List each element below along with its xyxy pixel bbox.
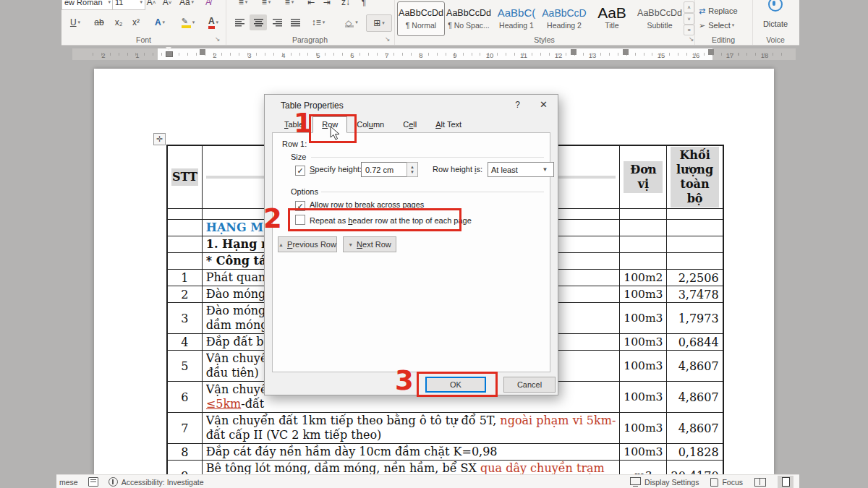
dictate-button[interactable]: Dictate <box>752 16 799 32</box>
cell-description[interactable]: Bê tông lót móng, dầm móng, nền hầm, bể … <box>202 461 620 475</box>
cell-quantity[interactable] <box>667 220 723 236</box>
cell-quantity[interactable]: 2,2506 <box>667 270 723 286</box>
cell-stt[interactable]: 2 <box>167 286 202 303</box>
cell-quantity[interactable]: 0,1828 <box>667 444 723 461</box>
line-spacing-icon[interactable]: ↕≡▾ <box>307 14 329 30</box>
style-card-heading-1[interactable]: AaBbC(Heading 1 <box>493 1 540 36</box>
bullets-icon[interactable]: ≡▾ <box>233 0 253 10</box>
cell-quantity[interactable]: 3,7478 <box>667 286 723 303</box>
cell-quantity[interactable]: 20,4170 <box>667 461 723 475</box>
cell-quantity[interactable]: 4,8607 <box>667 351 723 382</box>
cell-stt[interactable]: 9 <box>167 461 202 475</box>
increase-indent-icon[interactable]: ⇥ <box>320 0 334 10</box>
cell-stt[interactable]: 1 <box>167 270 202 286</box>
align-right-icon[interactable] <box>269 14 285 30</box>
justify-icon[interactable] <box>287 14 303 30</box>
empty-cell[interactable] <box>167 209 202 220</box>
cell-unit[interactable]: 100m3 <box>620 413 667 444</box>
table-column-marker[interactable] <box>708 49 714 55</box>
borders-icon[interactable]: ⊞▾ <box>366 14 392 32</box>
numbering-icon[interactable]: ≡▾ <box>256 0 276 10</box>
cell-unit[interactable] <box>620 220 667 236</box>
style-card-subtitle[interactable]: AaBbCcDdSubtitle <box>636 1 684 36</box>
language-status[interactable]: mese <box>59 478 78 487</box>
font-dialog-launcher-icon[interactable]: ↘ <box>215 35 221 43</box>
previous-row-button[interactable]: ▲Previous Row <box>278 236 337 252</box>
header-cell[interactable]: Đơn vị <box>620 145 667 209</box>
cell-quantity[interactable] <box>667 253 723 270</box>
cancel-button[interactable]: Cancel <box>503 377 556 393</box>
cell-stt[interactable] <box>167 253 202 270</box>
table-row[interactable]: 8Đắp cát đáy nền hầm dày 10cm đầm chặt K… <box>167 444 723 461</box>
table-move-handle[interactable]: ✛ <box>153 133 166 145</box>
cell-description[interactable]: Vận chuyển đất 1km tiếp theo bằng ô tô t… <box>202 413 620 444</box>
row-height-is-dropdown[interactable]: At least▼ <box>488 162 554 177</box>
styles-scroll-down-icon[interactable]: ˅ <box>684 13 694 25</box>
style-card--no-spac-[interactable]: AaBbCcDd¶ No Spac... <box>445 1 493 36</box>
display-settings-button[interactable]: Display Settings <box>630 478 699 487</box>
cell-quantity[interactable] <box>667 236 723 253</box>
proofing-status[interactable] <box>88 477 98 487</box>
cell-stt[interactable] <box>167 236 202 253</box>
grow-font-icon[interactable]: A˄ <box>144 0 158 10</box>
cell-stt[interactable]: 6 <box>167 382 202 413</box>
cell-stt[interactable]: 3 <box>167 303 202 334</box>
text-effects-icon[interactable]: A▾ <box>148 14 171 30</box>
styles-more-icon[interactable]: ≡ <box>684 25 694 35</box>
read-mode-button[interactable] <box>754 478 766 487</box>
table-column-marker[interactable] <box>200 49 205 55</box>
cell-unit[interactable]: 100m3 <box>620 286 667 303</box>
paragraph-dialog-launcher-icon[interactable]: ↘ <box>385 35 391 43</box>
sort-icon[interactable]: z↓ <box>337 0 354 10</box>
shading-icon[interactable]: ◇▾ <box>340 14 363 30</box>
highlight-color-icon[interactable]: ✎▾ <box>176 14 200 30</box>
focus-button[interactable]: Focus <box>710 478 743 487</box>
cell-quantity[interactable]: 4,8607 <box>667 382 723 413</box>
change-case-icon[interactable]: Aa▾ <box>176 0 197 10</box>
subscript-icon[interactable]: x₂ <box>111 14 127 30</box>
style-card--normal[interactable]: AaBbCcDd¶ Normal <box>397 1 445 36</box>
style-card-title[interactable]: AaBTitle <box>588 1 636 36</box>
font-name-combo[interactable]: ew Roman▾ <box>61 0 114 10</box>
styles-scroll-up-icon[interactable]: ˄ <box>684 1 694 13</box>
close-icon[interactable]: ✕ <box>540 99 548 110</box>
table-row[interactable]: 9Bê tông lót móng, dầm móng, nền hầm, bể… <box>167 461 723 475</box>
cell-unit[interactable]: 100m3 <box>620 334 667 351</box>
align-left-icon[interactable] <box>231 14 247 30</box>
cell-stt[interactable] <box>167 220 202 236</box>
multilevel-list-icon[interactable]: ≡▾ <box>279 0 299 10</box>
cell-unit[interactable]: 100m3 <box>620 444 667 461</box>
cell-quantity[interactable]: 4,8607 <box>667 413 723 444</box>
tab-alt-text[interactable]: Alt Text <box>426 116 471 133</box>
clear-formatting-icon[interactable]: A̸ <box>200 0 216 10</box>
indent-marker[interactable] <box>166 47 172 56</box>
cell-stt[interactable]: 4 <box>167 334 202 351</box>
horizontal-ruler[interactable]: 21234567891011121315161718 <box>61 46 799 61</box>
cell-unit[interactable]: 100m3 <box>620 351 667 382</box>
tab-cell[interactable]: Cell <box>393 116 426 133</box>
cell-unit[interactable]: m3 <box>620 461 667 475</box>
empty-cell[interactable] <box>620 209 667 220</box>
font-color-icon[interactable]: A▾ <box>203 14 224 30</box>
replace-button[interactable]: ⇄Replace <box>699 3 749 19</box>
header-cell[interactable]: STT <box>167 145 202 209</box>
font-size-combo[interactable]: 11▾ <box>112 0 145 10</box>
show-hide-pilcrow-icon[interactable]: ¶ <box>357 0 370 10</box>
cell-stt[interactable]: 8 <box>167 444 202 461</box>
cell-stt[interactable]: 5 <box>167 351 202 382</box>
dictate-mic-icon[interactable] <box>768 0 783 12</box>
underline-icon[interactable]: U▾ <box>64 14 86 30</box>
shrink-font-icon[interactable]: A˅ <box>160 0 174 10</box>
cell-unit[interactable]: 100m3 <box>620 382 667 413</box>
style-card-heading-2[interactable]: AaBbCcDHeading 2 <box>540 1 588 36</box>
table-row[interactable]: 7Vận chuyển đất 1km tiếp theo bằng ô tô … <box>167 413 723 444</box>
decrease-indent-icon[interactable]: ⇤ <box>304 0 318 10</box>
align-center-icon[interactable] <box>250 14 267 30</box>
help-icon[interactable]: ? <box>515 100 520 110</box>
print-layout-button[interactable] <box>778 476 793 488</box>
cell-unit[interactable] <box>620 253 667 270</box>
cell-quantity[interactable]: 0,6844 <box>667 334 723 351</box>
next-row-button[interactable]: ▼Next Row <box>343 236 396 252</box>
cell-unit[interactable]: 100m2 <box>620 270 667 286</box>
accessibility-status[interactable]: Accessibility: Investigate <box>109 477 204 487</box>
